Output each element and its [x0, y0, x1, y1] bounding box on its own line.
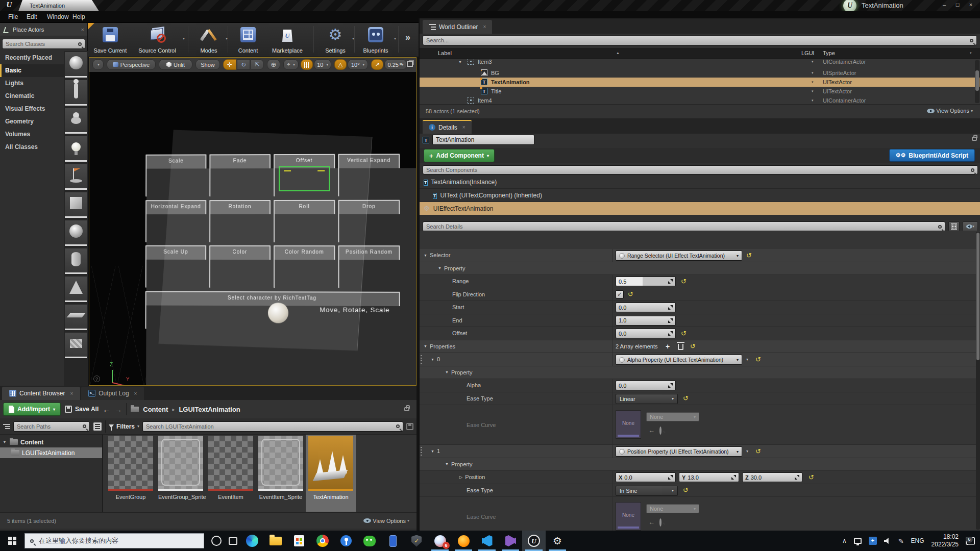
tab-output-log[interactable]: >_Output Log×: [81, 387, 144, 400]
viewport[interactable]: ▾ Perspective Unlit Show ✛ ↻ ⇱ ⊕ ⌖▾ 10▾ …: [89, 57, 416, 386]
curve-asset-dropdown[interactable]: None▾: [646, 412, 699, 421]
vector-field-x[interactable]: X0.0: [616, 472, 676, 482]
outliner-header[interactable]: Label ▲ LGUI Type ▾: [420, 48, 980, 59]
details-tab[interactable]: i Details ×: [423, 120, 472, 134]
value-field-start[interactable]: 0.0: [616, 303, 676, 312]
value-field-range[interactable]: 0.5: [616, 277, 676, 286]
tree-item-lguitextanimation[interactable]: LGUITextAnimation: [0, 447, 102, 458]
viewport-menu-button[interactable]: ▾: [92, 59, 104, 70]
taskbar-app-unreal[interactable]: U: [522, 531, 546, 551]
outliner-row-item4[interactable]: Item4▾UIContainerActor: [420, 96, 980, 104]
asset-tile-eventgroup[interactable]: EventGroup: [108, 436, 153, 500]
tray-app-icon[interactable]: ✦: [869, 537, 877, 545]
search-details-input[interactable]: Search Details: [423, 221, 945, 232]
asset-tile-eventitem_sprite[interactable]: EventItem_Sprite: [258, 436, 303, 500]
actor-thumbnail-cube[interactable]: [65, 192, 87, 218]
component-row-uitext-uitextcomponent-inherited-[interactable]: TUIText (UITextComponent) (Inherited): [420, 189, 980, 202]
reset-to-default-icon[interactable]: ↺: [690, 343, 696, 349]
viewport-scene[interactable]: ScaleTEXTANIMATIONFadeTEXTANIMATIONOffse…: [89, 72, 416, 385]
editor-main-tab[interactable]: TextAnimation: [18, 0, 99, 11]
view-options-button[interactable]: View Options ▾: [363, 518, 409, 524]
close-icon[interactable]: ×: [134, 391, 137, 396]
column-type[interactable]: Type: [823, 50, 835, 56]
chevron-down-icon[interactable]: ▾: [812, 60, 814, 64]
outliner-row-title[interactable]: TTitle▾UITextActor: [420, 87, 980, 96]
tree-item-content[interactable]: ▼Content: [0, 437, 102, 447]
chevron-down-icon[interactable]: ▾: [812, 71, 814, 75]
viewport-help-icon[interactable]: ?: [93, 375, 100, 382]
actor-thumbnail-stack[interactable]: [65, 108, 87, 134]
search-paths-input[interactable]: Search Paths: [13, 421, 90, 432]
network-icon[interactable]: [854, 538, 862, 544]
column-filter-icon[interactable]: ▾: [970, 51, 972, 55]
tab-content-browser[interactable]: Content Browser×: [2, 387, 80, 400]
sidebar-item-visual-effects[interactable]: Visual Effects: [0, 103, 64, 115]
ease-type-dropdown[interactable]: In Sine▾: [616, 486, 678, 496]
breadcrumb-content[interactable]: Content: [143, 406, 168, 413]
menu-item-edit[interactable]: Edit: [22, 11, 41, 23]
expander-icon[interactable]: ▼: [458, 60, 462, 64]
taskbar-app-visual-studio[interactable]: [499, 531, 522, 551]
asset-tile-eventitem[interactable]: EventItem: [208, 436, 253, 500]
asset-tile-eventgroup_sprite[interactable]: EventGroup_Sprite: [158, 436, 203, 500]
toolbar-button-blueprints[interactable]: ▾Blueprints: [357, 25, 394, 55]
grid-snap-toggle[interactable]: [301, 59, 313, 70]
volume-icon[interactable]: [884, 538, 891, 544]
world-local-toggle[interactable]: ⊕: [267, 59, 280, 70]
reset-to-default-icon[interactable]: ↺: [681, 278, 687, 285]
start-button[interactable]: [0, 531, 24, 551]
pen-icon[interactable]: ✎: [898, 537, 904, 545]
column-lgui[interactable]: LGUI: [801, 50, 815, 56]
actor-thumbnail-player-start[interactable]: [65, 164, 87, 190]
ease-type-dropdown[interactable]: Linear▾: [616, 394, 678, 404]
curve-asset-dropdown[interactable]: None▾: [646, 504, 699, 513]
scale-snap-value[interactable]: 0.25▾: [384, 59, 407, 70]
reset-to-default-icon[interactable]: ↺: [683, 395, 689, 402]
lock-icon[interactable]: [404, 407, 409, 411]
minimize-button[interactable]: –: [938, 1, 950, 9]
lit-mode-button[interactable]: Unlit: [159, 59, 192, 70]
reset-to-default-icon[interactable]: ↺: [808, 474, 814, 481]
sidebar-item-geometry[interactable]: Geometry: [0, 115, 64, 128]
outliner-search-input[interactable]: Search...: [423, 35, 977, 45]
chevron-down-icon[interactable]: ▾: [812, 89, 814, 93]
close-icon[interactable]: ×: [462, 124, 465, 130]
language-indicator[interactable]: ENG: [911, 537, 924, 544]
taskbar-app-chrome[interactable]: [311, 531, 334, 551]
task-view-icon[interactable]: [229, 537, 237, 545]
world-outliner-tab[interactable]: World Outliner ×: [423, 20, 492, 34]
property-type-dropdown[interactable]: Alpha Property (UI Effect TextAnimation)…: [616, 355, 742, 365]
actor-name-field[interactable]: TextAnimation: [432, 135, 534, 145]
taskbar-app-store[interactable]: [287, 531, 311, 551]
actor-thumbnail-sphere[interactable]: [65, 52, 87, 78]
lock-icon[interactable]: [972, 137, 977, 141]
property-type-dropdown[interactable]: Position Property (UI Effect TextAnimati…: [616, 446, 742, 457]
drag-handle[interactable]: [421, 447, 422, 456]
translate-gizmo-button[interactable]: ✛: [223, 59, 236, 70]
clock[interactable]: 18:02 2022/3/25: [932, 533, 959, 548]
browse-asset-icon[interactable]: [659, 428, 662, 434]
blueprint-add-script-button[interactable]: ⚙⚙ Blueprint/Add Script: [889, 149, 975, 162]
rotation-snap-value[interactable]: 10°▾: [348, 59, 368, 70]
rotation-snap-toggle[interactable]: △: [334, 59, 347, 70]
reset-to-default-icon[interactable]: ↺: [681, 330, 687, 337]
action-center-icon[interactable]: 6: [966, 537, 975, 545]
sidebar-item-all-classes[interactable]: All Classes: [0, 141, 64, 154]
close-icon[interactable]: ×: [81, 27, 84, 33]
surface-snap-button[interactable]: ⌖▾: [283, 59, 299, 70]
toolbar-overflow[interactable]: »: [405, 32, 410, 43]
value-field-offset[interactable]: 0.0: [616, 329, 676, 338]
chevron-down-icon[interactable]: ▾: [746, 449, 748, 454]
value-field-alpha[interactable]: 0.0: [616, 381, 676, 390]
component-row-uieffecttextanimation[interactable]: ⚙UIEffectTextAnimation: [420, 202, 980, 215]
save-all-button[interactable]: Save All: [65, 406, 99, 413]
details-view-mode-button[interactable]: [948, 221, 960, 232]
sidebar-item-basic[interactable]: Basic: [0, 64, 64, 77]
reset-to-default-icon[interactable]: ↺: [755, 448, 761, 455]
menu-item-help[interactable]: Help: [68, 11, 89, 23]
rotate-gizmo-button[interactable]: ↻: [237, 59, 250, 70]
clear-array-icon[interactable]: [678, 344, 683, 350]
checkbox-flip-direction[interactable]: ✓: [616, 290, 624, 298]
component-row-textanimation-instance-[interactable]: TTextAnimation(Instance): [420, 176, 980, 189]
browse-asset-icon[interactable]: [659, 519, 662, 525]
